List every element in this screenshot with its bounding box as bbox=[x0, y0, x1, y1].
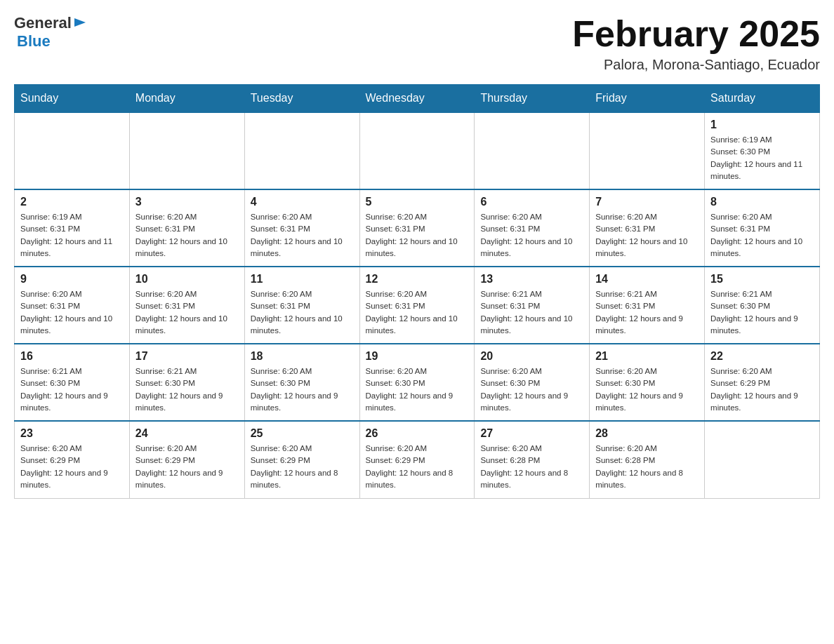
day-info: Sunrise: 6:20 AMSunset: 6:31 PMDaylight:… bbox=[595, 211, 699, 260]
day-info: Sunrise: 6:20 AMSunset: 6:31 PMDaylight:… bbox=[135, 211, 239, 260]
day-info: Sunrise: 6:20 AMSunset: 6:31 PMDaylight:… bbox=[251, 288, 354, 337]
day-of-week-header: Thursday bbox=[475, 85, 590, 113]
day-number: 3 bbox=[135, 196, 239, 208]
calendar-cell: 1Sunrise: 6:19 AMSunset: 6:30 PMDaylight… bbox=[705, 112, 820, 189]
day-info: Sunrise: 6:21 AMSunset: 6:30 PMDaylight:… bbox=[20, 365, 124, 414]
day-info: Sunrise: 6:20 AMSunset: 6:31 PMDaylight:… bbox=[251, 211, 354, 260]
day-number: 17 bbox=[135, 350, 239, 363]
day-info: Sunrise: 6:19 AMSunset: 6:30 PMDaylight:… bbox=[710, 134, 814, 182]
calendar-cell: 16Sunrise: 6:21 AMSunset: 6:30 PMDayligh… bbox=[15, 344, 130, 421]
calendar-week-row: 16Sunrise: 6:21 AMSunset: 6:30 PMDayligh… bbox=[15, 344, 820, 421]
day-info: Sunrise: 6:21 AMSunset: 6:31 PMDaylight:… bbox=[480, 288, 583, 337]
logo: General Blue bbox=[14, 14, 87, 51]
day-number: 2 bbox=[20, 196, 124, 208]
day-number: 20 bbox=[480, 350, 583, 363]
day-number: 11 bbox=[251, 273, 354, 286]
calendar-week-row: 1Sunrise: 6:19 AMSunset: 6:30 PMDaylight… bbox=[15, 112, 820, 189]
calendar-week-row: 2Sunrise: 6:19 AMSunset: 6:31 PMDaylight… bbox=[15, 189, 820, 267]
day-number: 16 bbox=[20, 350, 124, 363]
day-of-week-header: Tuesday bbox=[244, 85, 359, 113]
page-header: General Blue February 2025 Palora, Moron… bbox=[14, 14, 820, 73]
day-number: 23 bbox=[20, 427, 124, 440]
day-info: Sunrise: 6:20 AMSunset: 6:31 PMDaylight:… bbox=[480, 211, 583, 260]
calendar-cell bbox=[590, 112, 705, 189]
day-number: 13 bbox=[480, 273, 583, 286]
title-section: February 2025 Palora, Morona-Santiago, E… bbox=[572, 14, 820, 73]
calendar-cell bbox=[705, 421, 820, 498]
day-info: Sunrise: 6:20 AMSunset: 6:31 PMDaylight:… bbox=[366, 288, 469, 337]
day-number: 9 bbox=[20, 273, 124, 286]
day-info: Sunrise: 6:21 AMSunset: 6:31 PMDaylight:… bbox=[595, 288, 699, 337]
day-number: 7 bbox=[595, 196, 699, 208]
calendar-cell: 22Sunrise: 6:20 AMSunset: 6:29 PMDayligh… bbox=[705, 344, 820, 421]
calendar-cell: 27Sunrise: 6:20 AMSunset: 6:28 PMDayligh… bbox=[475, 421, 590, 498]
calendar-cell: 26Sunrise: 6:20 AMSunset: 6:29 PMDayligh… bbox=[359, 421, 475, 498]
day-number: 18 bbox=[251, 350, 354, 363]
calendar-cell: 15Sunrise: 6:21 AMSunset: 6:30 PMDayligh… bbox=[705, 267, 820, 344]
location-title: Palora, Morona-Santiago, Ecuador bbox=[572, 57, 820, 73]
day-info: Sunrise: 6:21 AMSunset: 6:30 PMDaylight:… bbox=[710, 288, 814, 337]
day-number: 8 bbox=[710, 196, 814, 208]
calendar-cell: 25Sunrise: 6:20 AMSunset: 6:29 PMDayligh… bbox=[244, 421, 359, 498]
day-number: 24 bbox=[135, 427, 239, 440]
calendar-week-row: 9Sunrise: 6:20 AMSunset: 6:31 PMDaylight… bbox=[15, 267, 820, 344]
day-number: 28 bbox=[595, 427, 699, 440]
calendar-cell: 21Sunrise: 6:20 AMSunset: 6:30 PMDayligh… bbox=[590, 344, 705, 421]
calendar-cell: 24Sunrise: 6:20 AMSunset: 6:29 PMDayligh… bbox=[129, 421, 244, 498]
day-of-week-header: Saturday bbox=[705, 85, 820, 113]
calendar-cell: 8Sunrise: 6:20 AMSunset: 6:31 PMDaylight… bbox=[705, 189, 820, 267]
calendar-week-row: 23Sunrise: 6:20 AMSunset: 6:29 PMDayligh… bbox=[15, 421, 820, 498]
day-info: Sunrise: 6:20 AMSunset: 6:31 PMDaylight:… bbox=[710, 211, 814, 260]
calendar-cell bbox=[475, 112, 590, 189]
day-info: Sunrise: 6:20 AMSunset: 6:31 PMDaylight:… bbox=[366, 211, 469, 260]
day-info: Sunrise: 6:20 AMSunset: 6:31 PMDaylight:… bbox=[135, 288, 239, 337]
calendar-cell bbox=[129, 112, 244, 189]
day-of-week-header: Monday bbox=[129, 85, 244, 113]
calendar-cell: 13Sunrise: 6:21 AMSunset: 6:31 PMDayligh… bbox=[475, 267, 590, 344]
calendar-cell: 20Sunrise: 6:20 AMSunset: 6:30 PMDayligh… bbox=[475, 344, 590, 421]
calendar-cell: 5Sunrise: 6:20 AMSunset: 6:31 PMDaylight… bbox=[359, 189, 475, 267]
calendar-cell: 6Sunrise: 6:20 AMSunset: 6:31 PMDaylight… bbox=[475, 189, 590, 267]
day-info: Sunrise: 6:20 AMSunset: 6:29 PMDaylight:… bbox=[251, 443, 354, 491]
day-number: 26 bbox=[366, 427, 469, 440]
day-number: 10 bbox=[135, 273, 239, 286]
day-info: Sunrise: 6:20 AMSunset: 6:30 PMDaylight:… bbox=[251, 365, 354, 414]
day-of-week-header: Friday bbox=[590, 85, 705, 113]
calendar-cell: 19Sunrise: 6:20 AMSunset: 6:30 PMDayligh… bbox=[359, 344, 475, 421]
day-of-week-header: Sunday bbox=[15, 85, 130, 113]
day-of-week-header: Wednesday bbox=[359, 85, 475, 113]
calendar-cell bbox=[244, 112, 359, 189]
day-number: 4 bbox=[251, 196, 354, 208]
month-title: February 2025 bbox=[572, 14, 820, 54]
day-info: Sunrise: 6:20 AMSunset: 6:29 PMDaylight:… bbox=[135, 443, 239, 491]
day-number: 14 bbox=[595, 273, 699, 286]
day-info: Sunrise: 6:19 AMSunset: 6:31 PMDaylight:… bbox=[20, 211, 124, 260]
day-number: 15 bbox=[710, 273, 814, 286]
day-info: Sunrise: 6:20 AMSunset: 6:30 PMDaylight:… bbox=[366, 365, 469, 414]
calendar-cell: 11Sunrise: 6:20 AMSunset: 6:31 PMDayligh… bbox=[244, 267, 359, 344]
calendar-cell: 4Sunrise: 6:20 AMSunset: 6:31 PMDaylight… bbox=[244, 189, 359, 267]
day-number: 21 bbox=[595, 350, 699, 363]
logo-general-text: General bbox=[14, 14, 72, 32]
logo-blue-text: Blue bbox=[17, 32, 51, 51]
day-info: Sunrise: 6:20 AMSunset: 6:29 PMDaylight:… bbox=[366, 443, 469, 491]
calendar-cell: 28Sunrise: 6:20 AMSunset: 6:28 PMDayligh… bbox=[590, 421, 705, 498]
calendar-table: SundayMondayTuesdayWednesdayThursdayFrid… bbox=[14, 84, 820, 499]
calendar-header-row: SundayMondayTuesdayWednesdayThursdayFrid… bbox=[15, 85, 820, 113]
day-number: 19 bbox=[366, 350, 469, 363]
calendar-cell: 10Sunrise: 6:20 AMSunset: 6:31 PMDayligh… bbox=[129, 267, 244, 344]
calendar-cell: 23Sunrise: 6:20 AMSunset: 6:29 PMDayligh… bbox=[15, 421, 130, 498]
day-number: 27 bbox=[480, 427, 583, 440]
calendar-cell: 17Sunrise: 6:21 AMSunset: 6:30 PMDayligh… bbox=[129, 344, 244, 421]
day-info: Sunrise: 6:20 AMSunset: 6:30 PMDaylight:… bbox=[480, 365, 583, 414]
day-info: Sunrise: 6:20 AMSunset: 6:28 PMDaylight:… bbox=[480, 443, 583, 491]
calendar-cell: 14Sunrise: 6:21 AMSunset: 6:31 PMDayligh… bbox=[590, 267, 705, 344]
day-number: 22 bbox=[710, 350, 814, 363]
calendar-cell: 7Sunrise: 6:20 AMSunset: 6:31 PMDaylight… bbox=[590, 189, 705, 267]
calendar-cell: 3Sunrise: 6:20 AMSunset: 6:31 PMDaylight… bbox=[129, 189, 244, 267]
day-number: 6 bbox=[480, 196, 583, 208]
calendar-cell: 9Sunrise: 6:20 AMSunset: 6:31 PMDaylight… bbox=[15, 267, 130, 344]
day-number: 1 bbox=[710, 119, 814, 131]
calendar-cell bbox=[359, 112, 475, 189]
day-info: Sunrise: 6:20 AMSunset: 6:29 PMDaylight:… bbox=[20, 443, 124, 491]
